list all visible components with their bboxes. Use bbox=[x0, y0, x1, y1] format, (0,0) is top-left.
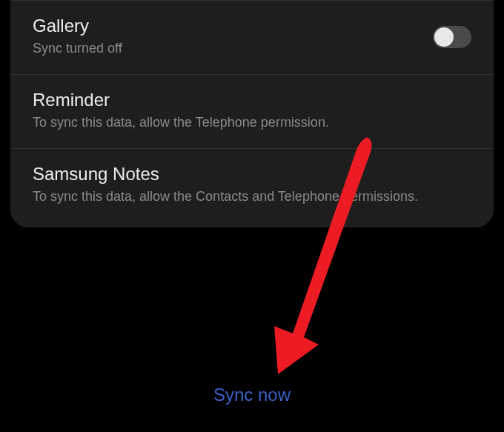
setting-text: Gallery Sync turned off bbox=[33, 16, 418, 58]
setting-item-samsung-notes[interactable]: Samsung Notes To sync this data, allow t… bbox=[10, 148, 494, 222]
toggle-knob bbox=[434, 27, 454, 47]
gallery-toggle[interactable] bbox=[433, 26, 471, 48]
setting-subtitle-samsung-notes: To sync this data, allow the Contacts an… bbox=[33, 187, 471, 206]
setting-title-gallery: Gallery bbox=[33, 16, 418, 36]
setting-subtitle-gallery: Sync turned off bbox=[33, 39, 418, 58]
settings-panel: Gallery Sync turned off Reminder To sync… bbox=[10, 0, 494, 227]
setting-item-gallery[interactable]: Gallery Sync turned off bbox=[10, 0, 494, 74]
setting-title-reminder: Reminder bbox=[33, 90, 471, 110]
setting-subtitle-reminder: To sync this data, allow the Telephone p… bbox=[33, 113, 471, 132]
setting-text: Reminder To sync this data, allow the Te… bbox=[33, 90, 471, 132]
sync-now-button[interactable]: Sync now bbox=[213, 385, 291, 405]
setting-item-reminder[interactable]: Reminder To sync this data, allow the Te… bbox=[10, 74, 494, 148]
setting-text: Samsung Notes To sync this data, allow t… bbox=[33, 164, 471, 206]
setting-title-samsung-notes: Samsung Notes bbox=[33, 164, 471, 185]
